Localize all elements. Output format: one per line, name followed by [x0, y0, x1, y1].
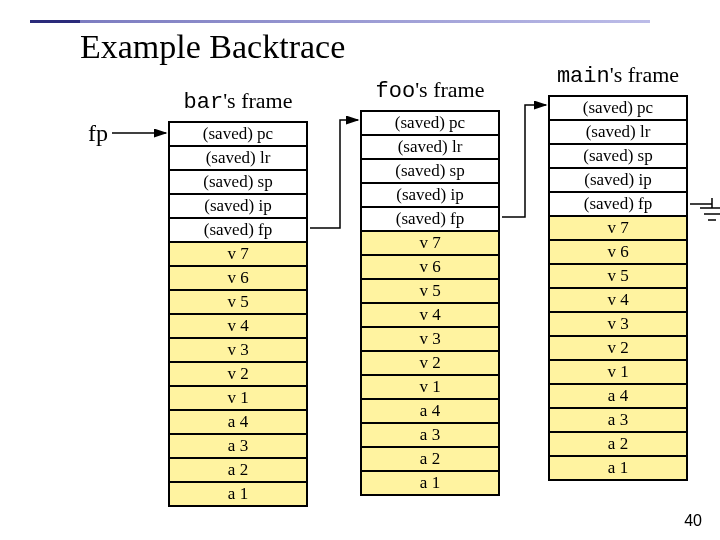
- cell-local: v 2: [549, 336, 687, 360]
- stack-frame-bar: bar's frame (saved) pc (saved) lr (saved…: [168, 88, 308, 507]
- frame-label-bar: bar's frame: [168, 88, 308, 115]
- cell-saved: (saved) fp: [361, 207, 499, 231]
- slide-title: Example Backtrace: [80, 28, 345, 66]
- cell-local: v 2: [361, 351, 499, 375]
- cell-local: v 4: [361, 303, 499, 327]
- cell-local: a 2: [361, 447, 499, 471]
- cell-saved: (saved) sp: [361, 159, 499, 183]
- stack-frame-foo: foo's frame (saved) pc (saved) lr (saved…: [360, 77, 500, 496]
- frame-label-foo: foo's frame: [360, 77, 500, 104]
- cell-local: v 4: [169, 314, 307, 338]
- cell-local: v 3: [549, 312, 687, 336]
- cell-saved: (saved) lr: [361, 135, 499, 159]
- cell-saved: (saved) lr: [169, 146, 307, 170]
- cell-saved: (saved) fp: [549, 192, 687, 216]
- cell-local: v 7: [549, 216, 687, 240]
- cell-local: v 1: [169, 386, 307, 410]
- stack-frame-main: main's frame (saved) pc (saved) lr (save…: [548, 62, 688, 481]
- frame-funcname-bar: bar: [184, 90, 224, 115]
- cell-local: a 1: [169, 482, 307, 506]
- cell-local: v 3: [361, 327, 499, 351]
- cell-local: a 4: [549, 384, 687, 408]
- cell-local: v 1: [361, 375, 499, 399]
- cell-local: a 3: [549, 408, 687, 432]
- cell-local: v 1: [549, 360, 687, 384]
- cell-local: a 2: [169, 458, 307, 482]
- cell-local: v 5: [549, 264, 687, 288]
- cell-saved: (saved) sp: [549, 144, 687, 168]
- cell-local: v 7: [169, 242, 307, 266]
- cell-saved: (saved) pc: [169, 122, 307, 146]
- cell-local: v 5: [169, 290, 307, 314]
- frame-suffix-bar: 's frame: [223, 88, 292, 113]
- cell-saved: (saved) ip: [549, 168, 687, 192]
- frame-cells-main: (saved) pc (saved) lr (saved) sp (saved)…: [548, 95, 688, 481]
- cell-local: v 3: [169, 338, 307, 362]
- frame-funcname-foo: foo: [376, 79, 416, 104]
- frame-funcname-main: main: [557, 64, 610, 89]
- cell-saved: (saved) sp: [169, 170, 307, 194]
- cell-local: v 4: [549, 288, 687, 312]
- frame-cells-bar: (saved) pc (saved) lr (saved) sp (saved)…: [168, 121, 308, 507]
- fp-pointer-label: fp: [88, 120, 108, 147]
- cell-local: v 6: [169, 266, 307, 290]
- cell-saved: (saved) lr: [549, 120, 687, 144]
- cell-local: v 5: [361, 279, 499, 303]
- cell-local: v 6: [361, 255, 499, 279]
- frame-suffix-main: 's frame: [610, 62, 679, 87]
- cell-local: v 2: [169, 362, 307, 386]
- cell-local: v 6: [549, 240, 687, 264]
- frame-label-main: main's frame: [548, 62, 688, 89]
- ground-icon: [700, 198, 720, 228]
- cell-local: a 4: [169, 410, 307, 434]
- cell-saved: (saved) pc: [361, 111, 499, 135]
- cell-local: v 7: [361, 231, 499, 255]
- accent-rule: [30, 20, 650, 23]
- cell-local: a 3: [169, 434, 307, 458]
- cell-local: a 1: [361, 471, 499, 495]
- frame-suffix-foo: 's frame: [415, 77, 484, 102]
- cell-saved: (saved) fp: [169, 218, 307, 242]
- cell-saved: (saved) pc: [549, 96, 687, 120]
- cell-saved: (saved) ip: [169, 194, 307, 218]
- frame-cells-foo: (saved) pc (saved) lr (saved) sp (saved)…: [360, 110, 500, 496]
- cell-local: a 2: [549, 432, 687, 456]
- cell-local: a 1: [549, 456, 687, 480]
- page-number: 40: [684, 512, 702, 530]
- cell-local: a 4: [361, 399, 499, 423]
- cell-local: a 3: [361, 423, 499, 447]
- cell-saved: (saved) ip: [361, 183, 499, 207]
